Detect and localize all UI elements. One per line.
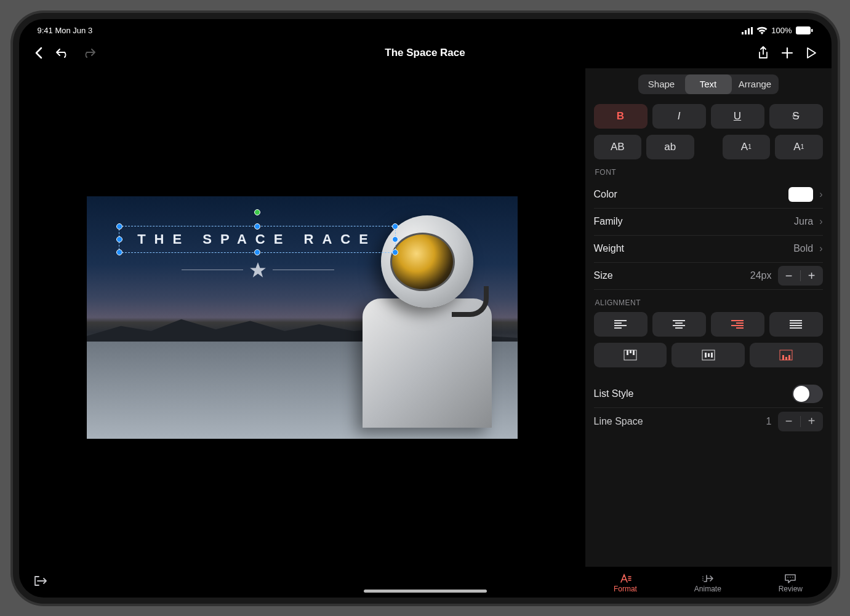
title-textbox[interactable]: THE SPACE RACE <box>119 226 396 253</box>
underline-button[interactable]: U <box>711 104 764 129</box>
status-time: 9:41 <box>38 26 53 35</box>
svg-rect-0 <box>742 32 744 34</box>
size-stepper: − + <box>778 266 823 286</box>
share-button[interactable] <box>758 46 769 60</box>
svg-rect-13 <box>711 353 713 358</box>
format-icon <box>619 574 631 583</box>
bottom-tab-review[interactable]: Review <box>779 574 803 593</box>
size-value: 24px <box>750 270 772 281</box>
list-style-toggle[interactable] <box>792 385 823 403</box>
cellular-signal-icon <box>742 27 753 34</box>
size-decrease-button[interactable]: − <box>778 269 800 283</box>
font-section-label: Font <box>595 168 822 177</box>
tab-shape[interactable]: Shape <box>638 74 685 94</box>
size-increase-button[interactable]: + <box>801 269 823 283</box>
svg-rect-9 <box>633 350 635 355</box>
italic-button[interactable]: I <box>652 104 706 129</box>
svg-rect-7 <box>627 350 628 355</box>
svg-rect-11 <box>705 353 707 358</box>
uppercase-button[interactable]: AB <box>594 135 642 159</box>
size-label: Size <box>594 270 613 281</box>
chevron-right-icon: › <box>819 243 822 254</box>
resize-handle-br[interactable] <box>392 249 398 255</box>
svg-rect-1 <box>745 30 747 34</box>
svg-rect-3 <box>751 27 753 34</box>
review-label: Review <box>779 585 803 593</box>
chevron-right-icon: › <box>819 189 822 200</box>
svg-rect-8 <box>630 350 631 353</box>
font-size-row: Size 24px − + <box>594 263 823 290</box>
line-space-stepper: − + <box>778 412 823 431</box>
line-space-label: Line Space <box>594 416 643 427</box>
line-space-decrease-button[interactable]: − <box>778 414 800 428</box>
svg-rect-4 <box>796 26 811 34</box>
play-button[interactable] <box>806 47 817 59</box>
font-family-row[interactable]: Family Jura › <box>594 209 823 236</box>
redo-button[interactable] <box>82 47 95 58</box>
home-indicator[interactable] <box>364 590 487 593</box>
status-bar: 9:41 Mon Jun 3 100% <box>19 19 832 38</box>
chevron-right-icon: › <box>819 216 822 227</box>
font-color-row[interactable]: Color › <box>594 182 823 209</box>
bottombar: Format Animate Review <box>19 567 832 598</box>
wifi-icon <box>756 26 768 34</box>
align-justify-button[interactable] <box>769 312 823 337</box>
rotation-handle[interactable] <box>254 209 260 215</box>
line-space-value: 1 <box>766 416 772 427</box>
valign-top-button[interactable] <box>594 343 667 367</box>
line-space-increase-button[interactable]: + <box>801 414 823 428</box>
inspector-panel: Shape Text Arrange B I U S AB ab A1 A1 F… <box>585 68 832 567</box>
bold-button[interactable]: B <box>594 104 648 129</box>
document-title: The Space Race <box>157 47 694 59</box>
review-icon <box>784 574 796 583</box>
animate-icon <box>702 574 714 583</box>
back-button[interactable] <box>34 47 44 59</box>
svg-rect-5 <box>811 29 813 32</box>
resize-handle-mr[interactable] <box>392 236 398 242</box>
undo-button[interactable] <box>56 47 70 58</box>
family-label: Family <box>594 216 623 227</box>
font-weight-row[interactable]: Weight Bold › <box>594 236 823 263</box>
svg-rect-17 <box>788 355 790 360</box>
battery-percent: 100% <box>771 26 792 35</box>
weight-label: Weight <box>594 243 625 254</box>
align-left-button[interactable] <box>594 312 648 337</box>
battery-icon <box>796 26 813 34</box>
inspector-tabs: Shape Text Arrange <box>638 74 779 94</box>
align-right-button[interactable] <box>711 312 764 337</box>
status-date: Mon Jun 3 <box>55 26 92 35</box>
list-style-label: List Style <box>594 388 634 399</box>
resize-handle-ml[interactable] <box>116 236 122 242</box>
strikethrough-button[interactable]: S <box>769 104 823 129</box>
animate-label: Animate <box>694 585 721 593</box>
color-label: Color <box>594 189 617 200</box>
exit-button[interactable] <box>34 575 47 586</box>
list-style-row: List Style <box>594 381 823 408</box>
superscript-button[interactable]: A1 <box>775 135 823 159</box>
valign-middle-button[interactable] <box>672 343 745 367</box>
slide[interactable]: THE SPACE RACE <box>87 196 518 439</box>
valign-bottom-button[interactable] <box>750 343 823 367</box>
family-value: Jura <box>794 216 813 227</box>
line-space-row: Line Space 1 − + <box>594 408 823 435</box>
weight-value: Bold <box>793 243 813 254</box>
resize-handle-bc[interactable] <box>254 249 260 255</box>
svg-rect-16 <box>785 357 787 360</box>
canvas-area[interactable]: THE SPACE RACE <box>19 68 585 567</box>
resize-handle-bl[interactable] <box>116 249 122 255</box>
align-center-button[interactable] <box>652 312 706 337</box>
tab-arrange[interactable]: Arrange <box>732 74 779 94</box>
subscript-button[interactable]: A1 <box>723 135 771 159</box>
add-button[interactable] <box>781 47 793 59</box>
bottom-tab-format[interactable]: Format <box>614 574 637 593</box>
svg-rect-15 <box>782 355 784 360</box>
bottom-tab-animate[interactable]: Animate <box>694 574 721 593</box>
resize-handle-tl[interactable] <box>116 223 122 230</box>
resize-handle-tr[interactable] <box>392 223 398 230</box>
color-swatch[interactable] <box>788 187 813 202</box>
tab-text[interactable]: Text <box>685 74 732 94</box>
resize-handle-tc[interactable] <box>254 223 260 230</box>
svg-rect-12 <box>708 353 710 357</box>
lowercase-button[interactable]: ab <box>646 135 694 159</box>
format-label: Format <box>614 585 637 593</box>
